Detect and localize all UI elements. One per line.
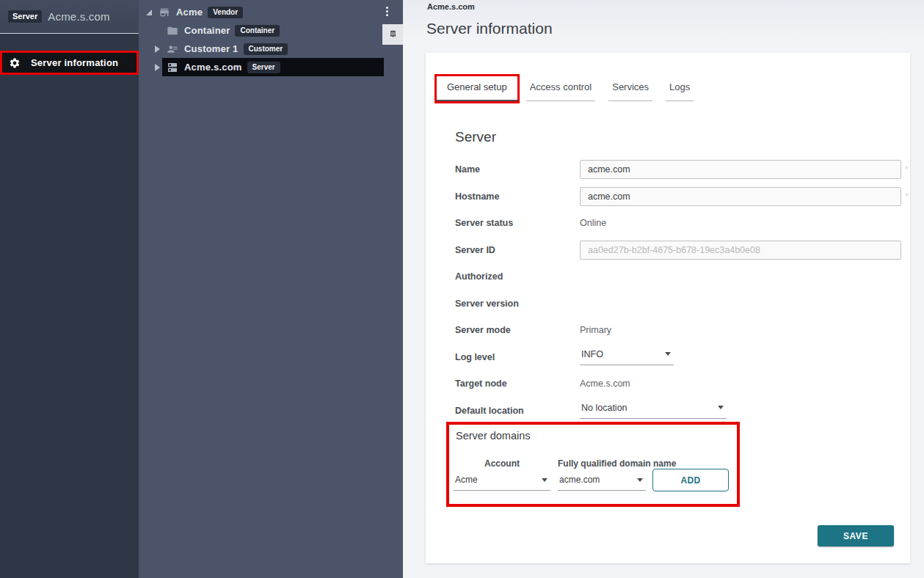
form-row-server-status: Server status Online (455, 210, 901, 237)
tree-node-server[interactable]: Acme.s.com Server (139, 58, 403, 76)
server-id-input (580, 241, 901, 260)
save-button[interactable]: SAVE (818, 525, 894, 546)
annotation-box-general-setup: General setup (434, 74, 520, 103)
form-row-name: Name * (455, 156, 901, 183)
field-label: Authorized (455, 271, 580, 282)
tree-node-type-badge: Container (235, 25, 280, 37)
field-label: Log level (455, 352, 580, 362)
field-label: Server version (455, 299, 580, 309)
tree-node-selected-highlight[interactable]: Acme.s.com Server (162, 58, 384, 76)
form-row-hostname: Hostname * (455, 183, 901, 211)
folder-icon (167, 25, 178, 37)
tree-menu-ellipsis-icon[interactable] (385, 5, 390, 18)
field-label: Target node (455, 378, 580, 389)
server-icon (167, 62, 178, 73)
tab-services[interactable]: Services (608, 74, 652, 101)
expand-toggle-icon[interactable] (155, 64, 160, 71)
gear-icon (9, 57, 21, 69)
name-input[interactable] (580, 160, 901, 179)
field-label: Server ID (455, 245, 580, 255)
tree-node-type-badge: Customer (244, 43, 288, 55)
field-label: Server status (455, 218, 580, 228)
fqdn-column: Fully qualified domain name acme.com (558, 458, 646, 491)
expand-toggle-icon[interactable] (155, 45, 160, 53)
tree-node-label: Acme.s.com (184, 62, 242, 73)
server-status-value: Online (580, 218, 606, 228)
log-level-select[interactable]: INFO (580, 349, 674, 365)
tab-logs[interactable]: Logs (666, 74, 694, 101)
form-row-target-node: Target node Acme.s.com (455, 370, 901, 398)
store-icon (159, 7, 170, 18)
account-select[interactable]: Acme (454, 475, 550, 491)
form-row-log-level: Log level INFO (455, 344, 901, 371)
account-column-header: Account (454, 458, 550, 469)
chevron-down-icon (665, 352, 671, 356)
tree-node-vendor[interactable]: Acme Vendor (139, 3, 403, 21)
account-column: Account Acme (454, 458, 550, 491)
sidebar-item-label: Server information (31, 57, 118, 68)
sidebar-header: Server Acme.s.com (0, 0, 139, 34)
form-row-server-mode: Server mode Primary (455, 317, 901, 344)
form-row-server-version: Server version (455, 290, 901, 318)
tree-node-type-badge: Vendor (208, 7, 243, 18)
field-label: Hostname (455, 191, 580, 202)
field-label: Name (455, 164, 580, 175)
tab-bar: General setup Access control Services Lo… (434, 74, 700, 103)
field-label: Default location (455, 406, 580, 416)
sidebar-title: Acme.s.com (48, 10, 110, 23)
tree-node-label: Container (184, 25, 230, 36)
required-asterisk: * (905, 191, 909, 202)
default-location-value: No location (581, 403, 627, 413)
log-level-value: INFO (581, 349, 603, 359)
tab-general-setup[interactable]: General setup (437, 76, 517, 101)
default-location-select[interactable]: No location (580, 403, 727, 419)
expand-toggle-icon[interactable] (146, 10, 152, 15)
form-row-authorized: Authorized (455, 263, 901, 290)
section-heading-server: Server (455, 129, 496, 145)
tree-node-type-badge: Server (247, 62, 280, 73)
form-row-server-id: Server ID (455, 237, 901, 264)
tree-node-container[interactable]: Container Container (139, 21, 403, 40)
left-sidebar: Server Acme.s.com Server information (0, 0, 139, 578)
hostname-input[interactable] (580, 187, 901, 206)
target-node-value: Acme.s.com (580, 378, 630, 389)
main-content: Acme.s.com Server information General se… (403, 0, 924, 578)
account-value: Acme (455, 475, 478, 485)
breadcrumb: Acme.s.com (427, 2, 475, 11)
fqdn-select[interactable]: acme.com (558, 475, 646, 491)
tree-node-label: Acme (176, 7, 203, 18)
server-domains-heading: Server domains (456, 430, 531, 442)
object-tree-panel: Acme Vendor Container Container Customer… (139, 0, 403, 578)
chevron-down-icon (542, 478, 548, 482)
server-type-badge: Server (8, 10, 42, 23)
chevron-down-icon (718, 406, 724, 409)
required-asterisk: * (905, 164, 909, 175)
add-domain-button[interactable]: ADD (652, 469, 729, 491)
fqdn-column-header: Fully qualified domain name (558, 458, 646, 469)
fqdn-value: acme.com (559, 475, 600, 485)
tab-access-control[interactable]: Access control (526, 74, 596, 101)
server-domains-section: Server domains Account Acme Fully qualif… (446, 422, 740, 507)
server-mode-value: Primary (580, 325, 611, 335)
tree-node-customer[interactable]: Customer 1 Customer (139, 40, 403, 58)
tree-node-label: Customer 1 (184, 43, 239, 54)
server-information-card: General setup Access control Services Lo… (426, 53, 910, 563)
field-label: Server mode (455, 325, 580, 335)
chevron-down-icon (637, 478, 643, 482)
sidebar-item-server-information[interactable]: Server information (0, 51, 139, 75)
pin-icon (388, 29, 399, 40)
form-row-default-location: Default location No location (455, 398, 901, 425)
user-icon (167, 43, 178, 55)
page-title: Server information (426, 20, 553, 37)
pin-panel-button[interactable] (382, 24, 403, 45)
server-form: Name * Hostname * Server status Online S… (455, 156, 901, 424)
